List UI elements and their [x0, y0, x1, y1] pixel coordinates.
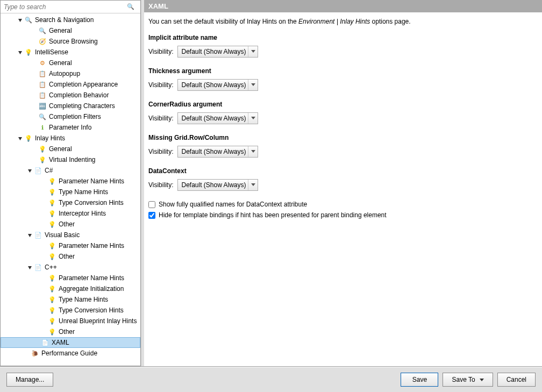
tree-item-icon: 💡: [38, 155, 47, 164]
intro-text: You can set the default visibility of In…: [148, 18, 538, 25]
tree-item[interactable]: 💡Parameter Name Hints: [1, 240, 140, 251]
arrow-spacer: [40, 199, 47, 206]
tree-item-icon: 📄: [34, 263, 42, 272]
tree-item-label: Type Name Hints: [59, 188, 108, 196]
tree-item[interactable]: 💡Interceptor Hints: [1, 208, 140, 219]
expand-arrow-icon[interactable]: [17, 49, 23, 55]
visibility-dropdown[interactable]: Default (Show Always): [177, 112, 258, 124]
tree-item-icon: 💡: [48, 317, 56, 325]
tree-item[interactable]: 📋Completion Appearance: [1, 79, 140, 90]
dropdown-value: Default (Show Always): [181, 48, 246, 55]
tree-item[interactable]: 💡Type Conversion Hints: [1, 305, 140, 316]
tree-item[interactable]: 🔍General: [1, 25, 140, 36]
tree-item[interactable]: 💡Other: [1, 219, 140, 230]
expand-arrow-icon[interactable]: [17, 17, 23, 23]
section-title: DataContext: [148, 167, 538, 175]
search-input[interactable]: [4, 3, 126, 11]
tree-item[interactable]: 💡IntelliSense: [1, 47, 140, 58]
visibility-dropdown[interactable]: Default (Show Always): [177, 46, 258, 58]
tree-item-label: Completion Filters: [49, 113, 101, 120]
tree-item-label: Search & Navigation: [35, 16, 94, 24]
search-box[interactable]: 🔍: [1, 1, 140, 13]
tree-item-icon: 📋: [38, 80, 47, 89]
checkbox-row[interactable]: Hide for template bindings if hint has b…: [148, 211, 538, 219]
tree-item[interactable]: 📄Visual Basic: [1, 230, 140, 240]
tree-item[interactable]: 🔍Completion Filters: [1, 111, 140, 122]
checkbox[interactable]: [148, 212, 155, 219]
search-icon[interactable]: 🔍: [126, 3, 135, 11]
arrow-spacer: [40, 253, 47, 260]
tree-item-label: Type Conversion Hints: [59, 307, 124, 314]
tree-item-label: Completing Characters: [49, 102, 115, 110]
tree-item-icon: 💡: [38, 145, 47, 153]
tree-item[interactable]: 💡Inlay Hints: [1, 133, 140, 144]
checkbox-label: Show fully qualified names for DataConte…: [159, 201, 307, 208]
tree-item[interactable]: 💡Aggregate Initialization: [1, 283, 140, 294]
visibility-dropdown[interactable]: Default (Show Always): [177, 79, 258, 91]
expand-arrow-icon[interactable]: [26, 167, 33, 174]
arrow-spacer: [40, 243, 47, 249]
manage-button[interactable]: Manage...: [6, 373, 53, 387]
tree-item[interactable]: 💡Parameter Name Hints: [1, 273, 140, 283]
tree-item-label: XAML: [52, 339, 69, 346]
tree-item[interactable]: 💡Unreal Blueprint Inlay Hints: [1, 316, 140, 326]
save-to-button[interactable]: Save To: [443, 373, 493, 387]
expand-arrow-icon[interactable]: [17, 135, 23, 141]
arrow-spacer: [31, 156, 37, 163]
arrow-spacer: [31, 27, 37, 34]
tree-item-label: Completion Behavior: [49, 91, 109, 99]
tree-item[interactable]: 💡Type Conversion Hints: [1, 197, 140, 208]
tree-item-icon: 📋: [38, 69, 47, 78]
expand-arrow-icon[interactable]: [26, 264, 33, 270]
tree-item-icon: 💡: [24, 48, 33, 56]
arrow-spacer: [31, 38, 37, 45]
tree-item[interactable]: 💡Type Name Hints: [1, 294, 140, 305]
chevron-down-icon: [248, 180, 258, 190]
tree-item-label: C++: [45, 263, 57, 271]
tree-item-label: Performance Guide: [41, 350, 97, 357]
tree-item[interactable]: 📋Completion Behavior: [1, 90, 140, 101]
tree-item[interactable]: 💡Virtual Indenting: [1, 154, 140, 165]
tree-item-label: General: [49, 27, 72, 34]
tree-item[interactable]: 💡Parameter Name Hints: [1, 176, 140, 187]
arrow-spacer: [40, 178, 47, 184]
tree-item[interactable]: 📄C#: [1, 165, 140, 176]
visibility-label: Visibility:: [148, 81, 173, 89]
tree-item-icon: 💡: [48, 188, 56, 196]
tree-item-icon: 🔍: [24, 16, 33, 24]
cancel-button[interactable]: Cancel: [497, 373, 536, 387]
tree-item-icon: 💡: [48, 284, 56, 293]
visibility-dropdown[interactable]: Default (Show Always): [177, 179, 258, 191]
tree-item[interactable]: ⚙General: [1, 58, 140, 68]
expand-arrow-icon[interactable]: [26, 232, 33, 238]
tree-item-label: Other: [59, 328, 75, 336]
tree-item[interactable]: 💡Type Name Hints: [1, 187, 140, 197]
tree-item[interactable]: 💡Other: [1, 251, 140, 262]
save-button[interactable]: Save: [401, 373, 438, 387]
tree-item[interactable]: 🐌Performance Guide: [1, 348, 140, 359]
tree-item-label: Visual Basic: [45, 231, 80, 239]
dropdown-value: Default (Show Always): [181, 81, 246, 89]
tree-item[interactable]: 📄C++: [1, 262, 140, 273]
tree-item[interactable]: 🔍Search & Navigation: [1, 15, 140, 25]
tree-item[interactable]: 🔤Completing Characters: [1, 101, 140, 111]
tree-item[interactable]: 📋Autopopup: [1, 68, 140, 79]
visibility-row: Visibility:Default (Show Always): [148, 112, 538, 124]
arrow-spacer: [40, 296, 47, 303]
dropdown-value: Default (Show Always): [181, 115, 246, 122]
tree-item[interactable]: 💡General: [1, 144, 140, 154]
checkbox-row[interactable]: Show fully qualified names for DataConte…: [148, 201, 538, 208]
tree-item-icon: 🔍: [38, 112, 47, 121]
visibility-label: Visibility:: [148, 181, 173, 189]
tree-item-icon: 💡: [48, 209, 56, 218]
section-title: Missing Grid.Row/Column: [148, 134, 538, 141]
visibility-dropdown[interactable]: Default (Show Always): [177, 146, 258, 158]
tree-item[interactable]: 📄XAML: [1, 337, 140, 348]
checkbox[interactable]: [148, 201, 155, 208]
tree-item[interactable]: 🧭Source Browsing: [1, 36, 140, 47]
tree-item[interactable]: ℹParameter Info: [1, 122, 140, 133]
options-tree[interactable]: 🔍Search & Navigation🔍General🧭Source Brow…: [1, 13, 140, 366]
tree-item-label: Virtual Indenting: [49, 156, 96, 163]
tree-item[interactable]: 💡Other: [1, 326, 140, 337]
arrow-spacer: [40, 189, 47, 195]
